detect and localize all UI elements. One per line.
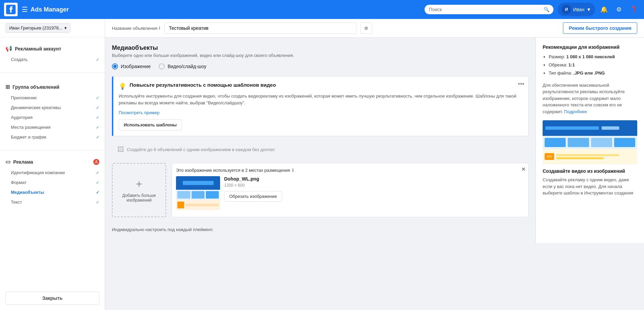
lightbulb-icon: 💡 — [119, 83, 126, 90]
image-preview — [176, 176, 220, 210]
top-navigation: ☰ Ads Manager 🔍 И Иван ▼ 🔔 ⚙ ❓ — [0, 0, 644, 19]
ad-name-input[interactable] — [164, 22, 356, 34]
account-selector[interactable]: Иван Григорьев (231978... ▾ — [5, 23, 71, 33]
radio-video-circle — [159, 63, 165, 69]
media-type-radio-group: Изображение Видео/слайд-шоу — [112, 63, 529, 69]
image-dimensions: 1200 × 600 — [224, 183, 524, 188]
sidebar-item-placement[interactable]: Места размещения ✓ — [0, 122, 105, 132]
sidebar-item-audience[interactable]: Аудитория ✓ — [0, 112, 105, 122]
image-filename: Dohop_WL.png — [224, 176, 524, 182]
app-title: Ads Manager — [31, 6, 69, 13]
ad-name-label: Название объявления ℹ — [112, 26, 160, 31]
format-label: Формат — [11, 180, 26, 185]
promo-title: Повысьте результативность с помощью шабл… — [130, 82, 276, 88]
rec-item-type: Тип файла: .JPG или .PNG — [549, 70, 637, 76]
image-placement-label: Это изображение используется в 2 местах … — [176, 168, 290, 173]
user-name: Иван — [573, 7, 584, 12]
sidebar-item-dynamic[interactable]: Динамические креативы ✓ — [0, 103, 105, 112]
subheader-bar: Название объявления ℹ ⚙ Режим быстрого с… — [105, 19, 644, 38]
info-icon[interactable]: ℹ — [159, 26, 160, 30]
ad-icon: ▭ — [5, 159, 11, 165]
rec-crop-value: 1:1 — [568, 62, 575, 67]
facebook-logo — [4, 3, 18, 16]
ad-section: ▭ Реклама ⚠ Идентификация компании ✓ Фор… — [0, 153, 105, 210]
radio-image-circle — [112, 63, 118, 69]
promo-link[interactable]: Посмотреть пример — [119, 110, 523, 115]
plus-icon: + — [136, 178, 142, 190]
image-thumbnail — [176, 176, 220, 210]
settings-icon-button[interactable]: ⚙ — [360, 22, 372, 34]
ad-account-icon: 📢 — [5, 45, 12, 52]
add-image-label: Добавить больше изображений — [113, 193, 165, 203]
sidebar-item-app[interactable]: Приложение ✓ — [0, 93, 105, 103]
upload-notice: 🖼 Создайте до 6 объявлений с одним изобр… — [112, 142, 529, 158]
app-label: Приложение — [11, 95, 37, 100]
section-title: Медиаобъекты — [112, 44, 529, 51]
user-avatar: И — [562, 5, 571, 14]
image-info: Dohop_WL.png 1200 × 600 Обрезать изображ… — [224, 176, 524, 210]
ad-account-section: 📢 Рекламный аккаунт Создать ✓ — [0, 37, 105, 70]
crop-button[interactable]: Обрезать изображение — [224, 191, 282, 202]
recommendations-link[interactable]: Подробнее — [564, 109, 587, 114]
video-recommendation-body: Создавайте рекламу с одним видео, даже е… — [543, 177, 637, 197]
check-icon: ✓ — [96, 190, 99, 195]
check-icon: ✓ — [96, 200, 99, 205]
quick-create-button[interactable]: Режим быстрого создания — [563, 22, 637, 34]
sidebar-item-create[interactable]: Создать ✓ — [0, 55, 105, 64]
check-icon: ✓ — [96, 96, 99, 100]
check-icon: ✓ — [96, 115, 99, 120]
search-icon: 🔍 — [544, 7, 549, 12]
user-menu-button[interactable]: И Иван ▼ — [558, 3, 595, 16]
settings-button[interactable]: ⚙ — [613, 3, 625, 16]
promo-body: Используйте инструменты для создания вид… — [119, 93, 523, 106]
sidebar-item-company-id[interactable]: Идентификация компании ✓ — [0, 168, 105, 178]
sidebar-item-media[interactable]: Медиаобъекты ✓ — [0, 187, 105, 197]
help-button[interactable]: ❓ — [628, 3, 640, 16]
bottom-notice: Индивидуально настроить под каждый плейм… — [112, 223, 529, 236]
sidebar-item-budget[interactable]: Бюджет и график ✓ — [0, 132, 105, 142]
info-icon[interactable]: ℹ — [292, 167, 294, 173]
warning-badge: ⚠ — [93, 159, 99, 165]
media-label: Медиаобъекты — [11, 190, 44, 195]
recommendation-image: 650 — [543, 120, 637, 164]
chevron-down-icon: ▼ — [586, 7, 591, 12]
rec-item-crop: Обрезка: 1:1 — [549, 62, 637, 68]
ad-group-header: ⊞ Группа объявлений — [0, 81, 105, 93]
ad-account-label: Рекламный аккаунт — [15, 46, 61, 51]
check-icon: ✓ — [96, 125, 99, 130]
add-image-button[interactable]: + Добавить больше изображений — [112, 163, 166, 217]
image-card-header: Это изображение используется в 2 местах … — [176, 167, 524, 173]
content-area: Медиаобъекты Выберите одно или больше из… — [105, 38, 644, 243]
check-icon: ✓ — [96, 57, 99, 62]
search-box[interactable]: 🔍 — [425, 5, 553, 14]
ad-group-label: Группа объявлений — [13, 84, 59, 90]
check-icon: ✓ — [96, 170, 99, 175]
recommendations-list: Размер: 1 080 x 1 080 пикселей Обрезка: … — [543, 54, 637, 77]
more-options-icon[interactable]: ••• — [518, 81, 524, 88]
radio-image-option[interactable]: Изображение — [112, 63, 151, 69]
hamburger-icon[interactable]: ☰ — [22, 5, 28, 14]
close-button[interactable]: Закрыть — [5, 292, 99, 305]
use-templates-button[interactable]: Использовать шаблоны — [119, 119, 182, 130]
image-placeholder-icon: 🖼 — [117, 146, 124, 153]
sidebar-item-format[interactable]: Формат ✓ — [0, 178, 105, 187]
ad-account-header: 📢 Рекламный аккаунт — [0, 43, 105, 55]
content-main: Медиаобъекты Выберите одно или больше из… — [105, 38, 535, 243]
radio-image-label: Изображение — [121, 64, 151, 69]
sidebar-header: Иван Григорьев (231978... ▾ — [0, 19, 105, 37]
image-card-body: Dohop_WL.png 1200 × 600 Обрезать изображ… — [176, 176, 524, 210]
close-image-button[interactable]: ✕ — [521, 166, 526, 172]
notifications-button[interactable]: 🔔 — [598, 3, 610, 16]
sidebar-divider-2 — [0, 150, 105, 150]
rec-type-label: Тип файла: — [549, 70, 573, 76]
section-subtitle: Выберите одно или больше изображений, ви… — [112, 53, 529, 58]
search-input[interactable] — [429, 7, 542, 12]
nav-right: И Иван ▼ 🔔 ⚙ ❓ — [558, 3, 640, 16]
main-layout: Иван Григорьев (231978... ▾ 📢 Рекламный … — [0, 19, 644, 310]
sidebar-item-text[interactable]: Текст ✓ — [0, 197, 105, 207]
radio-video-option[interactable]: Видео/слайд-шоу — [159, 63, 206, 69]
chevron-down-icon: ▾ — [64, 25, 67, 30]
rec-crop-label: Обрезка: — [549, 62, 568, 67]
rec-item-size: Размер: 1 080 x 1 080 пикселей — [549, 54, 637, 60]
recommendations-body: Для обеспечения максимальной результатив… — [543, 82, 637, 115]
